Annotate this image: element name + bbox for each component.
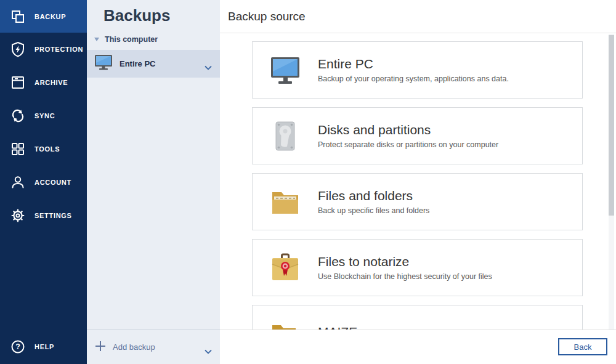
sidebar-nav: BACKUP PROTECTION ARCHIVE xyxy=(0,0,87,364)
sync-arrows-icon xyxy=(10,108,26,124)
help-circle-icon: ? xyxy=(10,339,26,355)
scrollbar-track[interactable] xyxy=(609,34,614,330)
main-content: Backup source Entire PC Backup of your o… xyxy=(220,0,616,364)
person-icon xyxy=(10,174,26,190)
group-this-computer[interactable]: This computer xyxy=(87,25,220,50)
card-text: Files and folders Back up specific files… xyxy=(318,188,429,215)
panel-title: Backups xyxy=(87,0,220,25)
hard-disk-icon xyxy=(268,119,302,153)
card-title: Files to notarize xyxy=(318,254,492,269)
archive-box-icon xyxy=(10,75,26,91)
backups-panel: Backups This computer Entire PC xyxy=(87,0,220,364)
card-files-to-notarize[interactable]: Files to notarize Use Blockchain for the… xyxy=(252,239,583,296)
page-title: Backup source xyxy=(228,10,306,23)
chevron-down-icon[interactable] xyxy=(205,62,212,73)
add-backup-label: Add backup xyxy=(113,342,155,352)
chevron-down-icon[interactable] xyxy=(205,346,212,357)
app-window: BACKUP PROTECTION ARCHIVE xyxy=(0,0,616,364)
sidebar-item-account[interactable]: ACCOUNT xyxy=(0,166,87,199)
scrollbar-thumb[interactable] xyxy=(609,35,614,216)
plus-icon xyxy=(95,341,106,354)
sidebar-label: SETTINGS xyxy=(34,212,72,219)
monitor-icon xyxy=(94,54,113,73)
svg-text:?: ? xyxy=(15,342,20,351)
sidebar-item-tools[interactable]: TOOLS xyxy=(0,132,87,166)
briefcase-seal-icon xyxy=(268,251,302,285)
card-description: Back up specific files and folders xyxy=(318,206,429,215)
sidebar-label: ARCHIVE xyxy=(34,79,68,86)
card-text: Files to notarize Use Blockchain for the… xyxy=(318,254,492,281)
backup-icon xyxy=(10,9,26,25)
sidebar-label: PROTECTION xyxy=(34,46,83,53)
sidebar-label: HELP xyxy=(34,343,54,350)
bottom-action-bar: Back xyxy=(220,330,616,364)
tools-grid-icon xyxy=(10,141,26,157)
sidebar-item-sync[interactable]: SYNC xyxy=(0,99,87,132)
card-description: Protect separate disks or partitions on … xyxy=(318,140,498,149)
backup-list-item-entire-pc[interactable]: Entire PC xyxy=(87,50,220,78)
gear-icon xyxy=(10,208,26,224)
card-disks-and-partitions[interactable]: Disks and partitions Protect separate di… xyxy=(252,107,583,164)
card-text: Disks and partitions Protect separate di… xyxy=(318,123,498,149)
shield-bolt-icon xyxy=(10,41,26,57)
back-button[interactable]: Back xyxy=(558,338,607,355)
sidebar-label: TOOLS xyxy=(34,145,60,153)
card-files-and-folders[interactable]: Files and folders Back up specific files… xyxy=(252,173,583,230)
card-description: Use Blockchain for the highest security … xyxy=(318,272,492,281)
sidebar-label: ACCOUNT xyxy=(34,179,71,186)
main-header: Backup source xyxy=(220,0,616,33)
card-title: Entire PC xyxy=(318,57,509,71)
collapse-triangle-icon xyxy=(94,38,99,41)
backup-source-list: Entire PC Backup of your operating syste… xyxy=(220,33,616,362)
backup-item-label: Entire PC xyxy=(120,59,156,68)
sidebar-item-protection[interactable]: PROTECTION xyxy=(0,33,87,66)
sidebar-item-settings[interactable]: SETTINGS xyxy=(0,199,87,232)
sidebar-item-help[interactable]: ? HELP xyxy=(0,330,87,363)
card-description: Backup of your operating system, applica… xyxy=(318,75,509,83)
card-entire-pc[interactable]: Entire PC Backup of your operating syste… xyxy=(252,41,583,99)
sidebar-item-backup[interactable]: BACKUP xyxy=(0,0,87,33)
card-title: Files and folders xyxy=(318,188,429,203)
card-title: Disks and partitions xyxy=(318,123,498,137)
group-label: This computer xyxy=(105,35,158,44)
sidebar-item-archive[interactable]: ARCHIVE xyxy=(0,66,87,99)
sidebar-label: BACKUP xyxy=(34,13,66,20)
folder-icon xyxy=(268,185,302,219)
monitor-icon xyxy=(268,53,302,87)
sidebar-label: SYNC xyxy=(34,112,55,119)
add-backup-button[interactable]: Add backup xyxy=(87,330,220,364)
card-text: Entire PC Backup of your operating syste… xyxy=(318,57,509,83)
